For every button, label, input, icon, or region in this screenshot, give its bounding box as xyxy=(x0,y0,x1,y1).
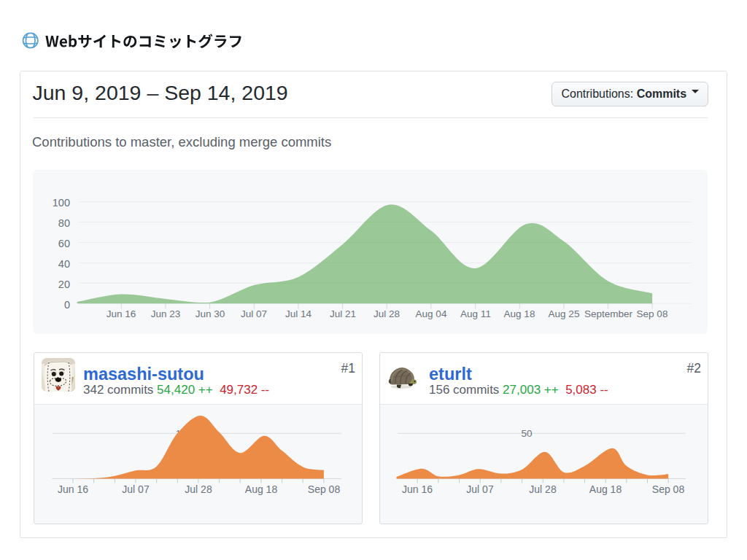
svg-text:50: 50 xyxy=(521,428,532,439)
